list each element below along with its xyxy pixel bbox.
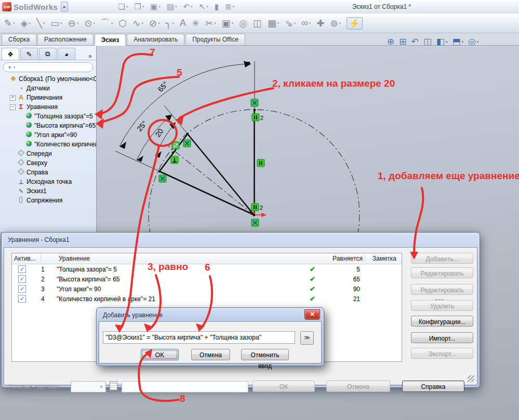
ok-button[interactable]: ОК xyxy=(252,381,315,392)
dropdown-arrow-icon[interactable]: ▾ xyxy=(126,5,128,9)
dropdown-arrow-icon[interactable]: ▾ xyxy=(60,21,62,25)
active-checkbox[interactable]: ✓ xyxy=(18,265,26,273)
dropdown-arrow-icon[interactable]: ▾ xyxy=(111,21,113,25)
dimension-arc-65[interactable] xyxy=(119,64,251,146)
view-orientation-icon[interactable]: ⬒▾ xyxy=(452,36,463,47)
options-icon[interactable]: ≣▾ xyxy=(225,2,234,11)
par2-relation-badge[interactable]: 2 xyxy=(252,114,263,121)
centerline[interactable] xyxy=(166,144,254,215)
close-icon[interactable]: ✕ xyxy=(304,309,320,320)
dropdown-arrow-icon[interactable]: ▾ xyxy=(339,21,341,25)
dimension-label-25[interactable]: 25° xyxy=(135,119,149,133)
dropdown-arrow-icon[interactable]: ▾ xyxy=(232,21,234,25)
tree-item-sketch1[interactable]: ✎Эскиз1 xyxy=(0,186,96,196)
dropdown-arrow-icon[interactable]: ▾ xyxy=(94,21,96,25)
move-relation-badge[interactable] xyxy=(183,140,191,147)
menu-expand-arrow-icon[interactable]: ▸ xyxy=(61,2,68,12)
offset-entities-icon[interactable]: ◎ xyxy=(239,17,247,30)
dropdown-arrow-icon[interactable]: ▾ xyxy=(233,5,235,9)
tree-item-eq-gap[interactable]: "Толщина зазора"=5 xyxy=(0,112,96,121)
help-button[interactable]: Справка xyxy=(402,381,464,392)
view-settings-icon[interactable]: ◧▾ xyxy=(436,36,448,47)
dropdown-arrow-icon[interactable]: ▾ xyxy=(191,5,193,9)
select-icon[interactable]: ↖▾ xyxy=(199,2,208,11)
equation-row[interactable]: ✓4"Количество кирпичей в арке"= 21✔21 xyxy=(12,294,402,304)
dropdown-arrow-icon[interactable]: ▾ xyxy=(158,5,161,9)
polygon-icon[interactable]: ⬡ xyxy=(119,17,127,30)
trim-entities-icon[interactable]: ✂▾ xyxy=(205,17,216,30)
zoom-to-fit-icon[interactable]: ⊕ xyxy=(387,36,394,47)
point-icon[interactable]: ✳ xyxy=(192,17,199,30)
add-equation-undo-button[interactable]: Отменить ввод xyxy=(241,349,289,360)
par-relation-badge[interactable] xyxy=(257,159,264,167)
dropdown-arrow-icon[interactable]: ▾ xyxy=(43,21,45,25)
edit-button[interactable]: Редактировать xyxy=(411,267,473,278)
active-checkbox[interactable]: ✓ xyxy=(18,275,26,283)
tree-item-sensors[interactable]: ◔Датчики xyxy=(0,84,96,93)
ellipse-icon[interactable]: ⊘▾ xyxy=(149,17,160,30)
configurationmanager-tab[interactable]: ⧉ xyxy=(39,48,57,60)
tree-item-eq-height[interactable]: "Высота кирпича"=65 xyxy=(0,121,96,130)
comment-icon[interactable] xyxy=(110,381,117,390)
instant2d-icon[interactable]: ⊚▾ xyxy=(330,17,341,30)
dropdown-arrow-icon[interactable]: ▾ xyxy=(309,21,311,25)
active-checkbox[interactable]: ✓ xyxy=(18,295,26,303)
tree-item-equations[interactable]: −ΣУравнения xyxy=(0,102,96,112)
cancel-button[interactable]: Отмена xyxy=(326,381,390,392)
straight-slot-icon[interactable]: ⊖▾ xyxy=(68,17,79,30)
perp-relation-badge[interactable] xyxy=(171,156,178,164)
move-relation-badge[interactable] xyxy=(251,219,259,226)
dropdown-arrow-icon[interactable]: ▾ xyxy=(141,21,143,25)
equation-text[interactable]: "Угол арки"= 90 xyxy=(57,286,304,293)
tree-item-top-plane[interactable]: Сверху xyxy=(0,158,96,168)
edit-all-button[interactable]: Редактировать все... xyxy=(411,284,473,295)
chevron-down-icon[interactable]: ▼ xyxy=(99,385,103,389)
dropdown-arrow-icon[interactable]: ▾ xyxy=(461,40,463,44)
add-button[interactable]: Добавить... xyxy=(411,253,473,264)
convert-entities-icon[interactable]: ▣▾ xyxy=(222,17,234,30)
tab-эскиз[interactable]: Эскиз xyxy=(95,34,126,46)
tree-item-origin[interactable]: ⊥Исходная точка xyxy=(0,177,96,186)
circle-icon[interactable]: ⊙▾ xyxy=(84,17,95,30)
dropdown-arrow-icon[interactable]: ▾ xyxy=(477,40,479,44)
tree-item-mates[interactable]: Сопряжения xyxy=(0,196,96,205)
tab-сборка[interactable]: Сборка xyxy=(2,34,36,45)
equation-text[interactable]: "Высота кирпича"= 65 xyxy=(57,276,304,283)
par2-relation-badge[interactable]: 2 xyxy=(251,204,263,211)
line-icon[interactable]: ╲▾ xyxy=(36,17,45,30)
sketch-line[interactable] xyxy=(159,171,254,215)
sketch-lightning-icon[interactable]: ⚡ xyxy=(347,17,362,30)
dropdown-arrow-icon[interactable]: ▾ xyxy=(142,5,144,9)
tree-item-right-plane[interactable]: Справа xyxy=(0,168,96,177)
previous-view-icon[interactable]: ↶ xyxy=(411,36,419,47)
pierce-relation-badge[interactable] xyxy=(172,142,179,149)
tree-item-eq-angle[interactable]: "Угол арки"=90 xyxy=(0,130,96,140)
repair-sketch-icon[interactable]: ✚ xyxy=(316,17,324,30)
tab-продукты-office[interactable]: Продукты Office xyxy=(185,34,245,45)
centerpoint-arc-icon[interactable]: ⌒▾ xyxy=(101,17,113,30)
tab-расположение[interactable]: Расположение xyxy=(37,34,94,45)
panel-overflow-arrows[interactable]: » xyxy=(88,52,92,60)
chevron-down-icon[interactable]: ▾ xyxy=(14,65,16,70)
delete-button[interactable]: Удалить xyxy=(411,300,473,311)
hide-show-items-icon[interactable]: ◎▾ xyxy=(468,36,478,47)
new-document-icon[interactable]: ❏▾ xyxy=(118,2,128,11)
tree-item-eq-count[interactable]: "Количество кирпичей в арке"=21 xyxy=(0,140,96,149)
zoom-to-area-icon[interactable]: ⊞ xyxy=(399,36,406,47)
dropdown-arrow-icon[interactable]: ▾ xyxy=(277,21,280,25)
dropdown-arrow-icon[interactable]: ▾ xyxy=(172,21,174,25)
tree-item-annotations[interactable]: +AПримечания xyxy=(0,93,96,102)
dropdown-arrow-icon[interactable]: ▾ xyxy=(158,21,160,25)
sketch-icon[interactable]: ✎▾ xyxy=(4,17,15,30)
equation-row[interactable]: ✓2"Высота кирпича"= 65✔65 xyxy=(12,274,402,284)
equation-input[interactable] xyxy=(103,331,295,344)
text-icon[interactable]: A xyxy=(180,17,186,30)
featuremanager-tab[interactable]: ❖ xyxy=(2,48,19,60)
undo-icon[interactable]: ↶▾ xyxy=(183,2,193,11)
angular-units-select[interactable]: ▼ xyxy=(71,381,106,392)
display-relations-icon[interactable]: ∞▾ xyxy=(301,17,311,30)
active-checkbox[interactable]: ✓ xyxy=(18,285,26,293)
open-document-icon[interactable]: ❐▾ xyxy=(134,2,144,11)
tab-анализировать[interactable]: Анализировать xyxy=(127,34,184,45)
dropdown-arrow-icon[interactable]: ▾ xyxy=(446,40,448,44)
